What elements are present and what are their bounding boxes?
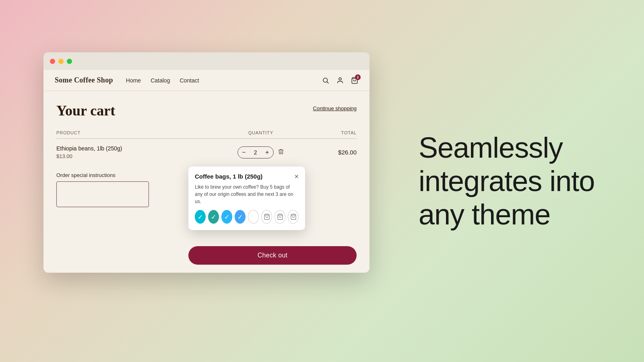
popup-icon-3: ✓ xyxy=(221,210,232,224)
nav-contact[interactable]: Contact xyxy=(180,77,199,84)
quantity-control: − 2 + xyxy=(237,146,274,158)
item-total: $26.00 xyxy=(338,149,357,156)
store-content: Some Coffee Shop Home Catalog Contact xyxy=(43,70,369,273)
maximize-button[interactable] xyxy=(67,59,72,64)
cart-title: Your cart xyxy=(56,102,115,119)
quantity-increase-button[interactable]: + xyxy=(261,147,273,158)
nav-home[interactable]: Home xyxy=(126,77,141,84)
account-button[interactable] xyxy=(336,77,344,84)
quantity-value: 2 xyxy=(250,149,261,156)
nav-catalog[interactable]: Catalog xyxy=(151,77,170,84)
popup-body: Like to brew your own coffee? Buy 5 bags… xyxy=(195,183,299,205)
continue-shopping-link[interactable]: Continue shopping xyxy=(313,105,357,111)
browser-window: Some Coffee Shop Home Catalog Contact xyxy=(43,52,369,273)
quantity-col-header: QUANTITY xyxy=(207,127,314,139)
popup-icons: ✓ ✓ ✓ ✓ xyxy=(195,210,299,224)
svg-line-1 xyxy=(327,82,328,83)
popup-icon-7 xyxy=(275,210,285,224)
delete-item-button[interactable] xyxy=(278,148,284,156)
right-side-text: Seamlessly integrates into any theme xyxy=(419,131,612,231)
nav-brand: Some Coffee Shop xyxy=(55,76,113,84)
checkout-button-wrap: Check out xyxy=(188,246,357,265)
popup-header: Coffee bags, 1 lb (250g) × xyxy=(195,173,299,180)
cart-main: Your cart Continue shopping PRODUCT QUAN… xyxy=(43,91,369,273)
upsell-popup: Coffee bags, 1 lb (250g) × Like to brew … xyxy=(188,167,305,230)
product-info: Ethiopia beans, 1lb (250g) $13.00 xyxy=(56,145,207,159)
popup-icon-1: ✓ xyxy=(195,210,206,224)
popup-icon-2: ✓ xyxy=(208,210,219,224)
close-button[interactable] xyxy=(50,59,55,64)
nav: Some Coffee Shop Home Catalog Contact xyxy=(43,70,369,91)
svg-point-2 xyxy=(339,78,341,80)
product-name: Ethiopia beans, 1lb (250g) xyxy=(56,145,207,152)
instructions-textarea[interactable] xyxy=(56,181,149,207)
nav-icons: 2 xyxy=(322,77,358,84)
cart-badge: 2 xyxy=(355,74,361,80)
bag-icon xyxy=(264,214,270,220)
product-price: $13.00 xyxy=(56,153,207,159)
total-col-header: TOTAL xyxy=(314,127,357,139)
bag-icon xyxy=(290,214,297,220)
minimize-button[interactable] xyxy=(58,59,64,64)
popup-icon-6 xyxy=(261,210,272,224)
cart-header: Your cart Continue shopping xyxy=(56,102,357,119)
popup-icon-5 xyxy=(248,210,259,224)
checkout-button[interactable]: Check out xyxy=(188,246,357,265)
search-button[interactable] xyxy=(322,77,329,84)
product-col-header: PRODUCT xyxy=(56,127,207,139)
table-row: Ethiopia beans, 1lb (250g) $13.00 − 2 + xyxy=(56,139,357,166)
popup-close-button[interactable]: × xyxy=(294,173,299,180)
user-icon xyxy=(336,77,344,84)
cart-table: PRODUCT QUANTITY TOTAL Ethiopia beans, 1… xyxy=(56,127,357,166)
popup-title: Coffee bags, 1 lb (250g) xyxy=(195,173,262,180)
qty-delete-wrap: − 2 + xyxy=(207,146,314,158)
trash-icon xyxy=(278,148,284,155)
search-icon xyxy=(322,77,329,84)
nav-links: Home Catalog Contact xyxy=(126,77,322,84)
title-bar xyxy=(43,52,369,70)
bag-icon xyxy=(277,214,283,220)
popup-icon-4: ✓ xyxy=(235,210,246,224)
popup-icon-8 xyxy=(288,210,299,224)
cart-button[interactable]: 2 xyxy=(351,77,358,84)
quantity-decrease-button[interactable]: − xyxy=(238,147,250,158)
svg-point-0 xyxy=(323,78,328,82)
tagline: Seamlessly integrates into any theme xyxy=(419,131,612,231)
